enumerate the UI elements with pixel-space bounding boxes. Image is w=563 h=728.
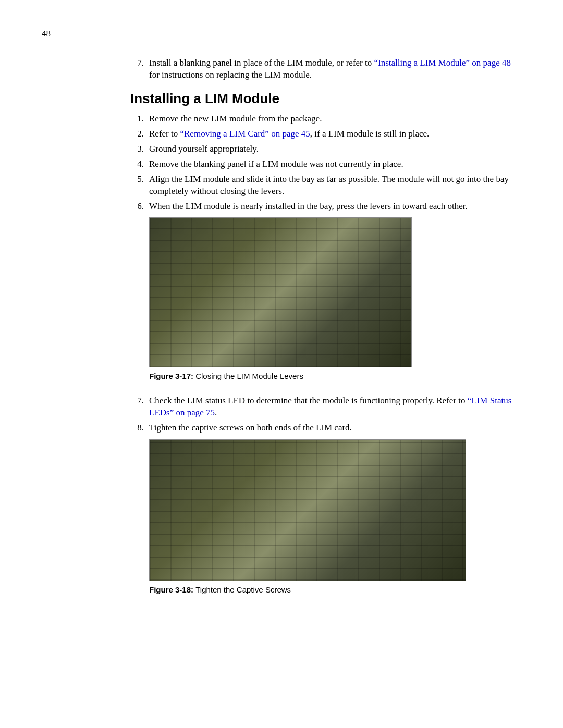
step-text: Align the LIM module and slide it into t… (149, 174, 516, 198)
text-run: , if a LIM module is still in place. (310, 129, 430, 139)
step-number: 2. (130, 128, 149, 140)
list-item: 4.Remove the blanking panel if a LIM mod… (130, 158, 516, 170)
image-placeholder (150, 440, 466, 581)
step-number: 6. (130, 201, 149, 213)
step-number: 3. (130, 143, 149, 155)
step-text: Remove the blanking panel if a LIM modul… (149, 158, 516, 170)
text-run: Check the LIM status LED to determine th… (149, 396, 468, 405)
install-steps-list-cont: 7.Check the LIM status LED to determine … (130, 395, 516, 434)
figure-3-18 (149, 439, 516, 581)
step-number: 1. (130, 113, 149, 125)
figure-label: Figure 3-18: (149, 585, 195, 594)
step-number: 5. (130, 174, 149, 198)
cross-reference-link[interactable]: “Installing a LIM Module” on page 48 (374, 58, 511, 68)
step-text: Refer to “Removing a LIM Card” on page 4… (149, 128, 516, 140)
list-item: 5.Align the LIM module and slide it into… (130, 174, 516, 198)
step-text: Remove the new LIM module from the packa… (149, 113, 516, 125)
figure-label: Figure 3-17: (149, 372, 195, 380)
list-item: 7.Check the LIM status LED to determine … (130, 395, 516, 419)
list-item: 8.Tighten the captive screws on both end… (130, 422, 516, 434)
intro-list: 7. Install a blanking panel in place of … (130, 57, 516, 81)
image-placeholder (150, 218, 411, 367)
step-number: 8. (130, 422, 149, 434)
step-number: 4. (130, 158, 149, 170)
text-run: Install a blanking panel in place of the… (149, 58, 374, 68)
text-run: for instructions on replacing the LIM mo… (149, 70, 312, 80)
figure-caption: Figure 3-17: Closing the LIM Module Leve… (149, 372, 516, 380)
step-number: 7. (130, 57, 149, 81)
install-steps-list: 1.Remove the new LIM module from the pac… (130, 113, 516, 213)
list-item: 6.When the LIM module is nearly installe… (130, 201, 516, 213)
step-text: When the LIM module is nearly installed … (149, 201, 516, 213)
list-item: 1.Remove the new LIM module from the pac… (130, 113, 516, 125)
page-number: 48 (42, 29, 516, 39)
cross-reference-link[interactable]: “Removing a LIM Card” on page 45 (180, 129, 310, 139)
text-run: . (215, 408, 217, 417)
figure-3-17 (149, 217, 516, 367)
content-area: 7. Install a blanking panel in place of … (130, 57, 516, 594)
figure-image (149, 439, 466, 581)
step-text: Install a blanking panel in place of the… (149, 57, 516, 81)
step-text: Check the LIM status LED to determine th… (149, 395, 516, 419)
step-text: Tighten the captive screws on both ends … (149, 422, 516, 434)
section-heading: Installing a LIM Module (130, 91, 516, 107)
list-item: 2.Refer to “Removing a LIM Card” on page… (130, 128, 516, 140)
list-item: 3.Ground yourself appropriately. (130, 143, 516, 155)
figure-image (149, 217, 412, 367)
document-page: 48 7. Install a blanking panel in place … (0, 0, 563, 640)
step-number: 7. (130, 395, 149, 419)
step-text: Ground yourself appropriately. (149, 143, 516, 155)
figure-caption-text: Closing the LIM Module Levers (195, 372, 303, 380)
text-run: Refer to (149, 129, 180, 139)
figure-caption-text: Tighten the Captive Screws (195, 585, 291, 594)
figure-caption: Figure 3-18: Tighten the Captive Screws (149, 585, 516, 594)
list-item: 7. Install a blanking panel in place of … (130, 57, 516, 81)
